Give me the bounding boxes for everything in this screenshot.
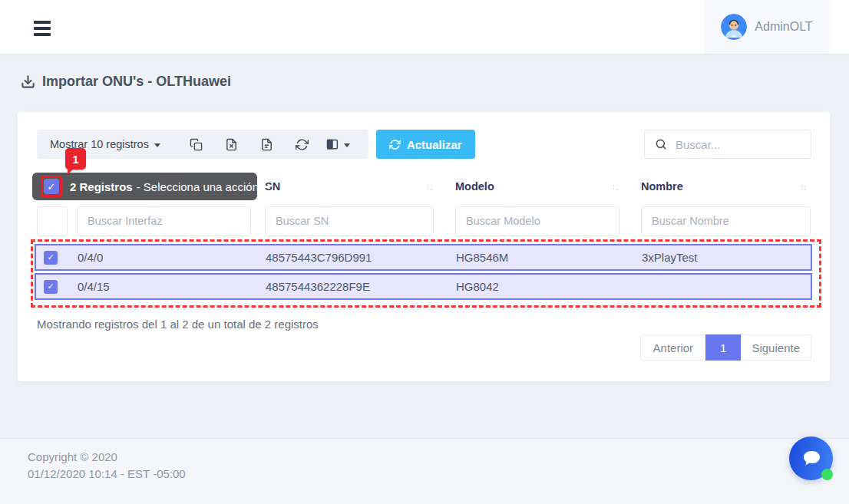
columns-icon	[325, 137, 339, 151]
cell-sn: 48575443C796D991	[264, 251, 454, 264]
caret-down-icon	[266, 186, 272, 189]
column-header-modelo[interactable]: Modelo ↑↓	[455, 180, 641, 193]
search-icon	[655, 138, 667, 150]
caret-down-icon	[344, 143, 350, 147]
user-menu[interactable]: AdminOLT	[704, 0, 830, 54]
cell-modelo: HG8546M	[454, 251, 640, 264]
table-body: ✓ 0/4/0 48575443C796D991 HG8546M 3xPlayT…	[35, 244, 812, 302]
filter-nombre-input[interactable]	[641, 206, 811, 236]
bulk-action-label: 2 Registros - Selecciona una acción	[70, 180, 259, 193]
annotation-step-badge: 1	[65, 148, 86, 170]
pagination-next-button[interactable]: Siguiente	[741, 334, 811, 361]
caret-down-icon	[154, 143, 160, 147]
actualizar-button[interactable]: Actualizar	[376, 130, 475, 159]
datatable-card: Mostrar 10 registros	[18, 112, 830, 381]
cell-modelo: HG8042	[454, 280, 640, 293]
filter-interfaz-input[interactable]	[77, 206, 251, 236]
sort-icon: ↑↓	[425, 181, 432, 193]
file-text-icon	[260, 138, 273, 151]
refresh-icon	[389, 139, 401, 150]
row-checkbox[interactable]: ✓	[44, 280, 58, 294]
table-row[interactable]: ✓ 0/4/0 48575443C796D991 HG8546M 3xPlayT…	[35, 244, 812, 271]
table-info: Mostrando registros del 1 al 2 de un tot…	[37, 318, 319, 331]
user-name: AdminOLT	[755, 20, 812, 34]
copy-icon	[190, 138, 203, 151]
excel-file-icon	[225, 138, 238, 151]
cell-interfaz: 0/4/15	[76, 280, 264, 293]
search-input[interactable]	[676, 138, 801, 151]
sort-icon: ↑↓	[611, 181, 618, 193]
top-navbar: AdminOLT	[0, 0, 849, 54]
cell-sn: 4857544362228F9E	[264, 280, 454, 293]
table-search	[644, 130, 811, 159]
filter-modelo-input[interactable]	[455, 206, 619, 236]
column-header-sn[interactable]: SN ↑↓	[265, 180, 455, 193]
column-visibility-dropdown[interactable]	[320, 130, 355, 159]
reload-table-button[interactable]	[285, 130, 320, 159]
filter-row	[37, 206, 811, 236]
row-checkbox[interactable]: ✓	[44, 251, 58, 265]
avatar	[721, 14, 747, 40]
filter-sn-input[interactable]	[265, 206, 434, 236]
bulk-action-dropdown[interactable]: ✓ 2 Registros - Selecciona una acción	[32, 173, 257, 200]
table-tools-group: Mostrar 10 registros	[37, 130, 368, 159]
table-toolbar: Mostrar 10 registros	[37, 130, 811, 159]
annotation-highlight-box: ✓	[41, 176, 62, 197]
download-icon	[21, 74, 35, 89]
page-footer: Copyright © 2020 01/12/2020 10:14 - EST …	[0, 438, 849, 504]
datetime-text: 01/12/2020 10:14 - EST -05:00	[28, 466, 849, 483]
table-row[interactable]: ✓ 0/4/15 4857544362228F9E HG8042	[35, 273, 812, 300]
copyright-text: Copyright © 2020	[28, 449, 849, 466]
chat-bubble-icon	[801, 449, 822, 469]
checkbox-filter-cell	[37, 206, 68, 236]
online-status-dot	[821, 469, 833, 480]
export-excel-button[interactable]	[214, 130, 249, 159]
pagination-previous-button[interactable]: Anterior	[640, 334, 706, 361]
chat-widget-button[interactable]	[789, 436, 833, 480]
refresh-icon	[296, 138, 309, 151]
export-file-button[interactable]	[249, 130, 285, 159]
column-header-nombre[interactable]: Nombre ↑↓	[641, 180, 811, 193]
hamburger-menu-icon[interactable]	[34, 21, 51, 39]
cell-interfaz: 0/4/0	[76, 251, 264, 264]
sort-icon: ↑↓	[799, 181, 806, 193]
pagination-page-1-button[interactable]: 1	[705, 334, 741, 361]
page-title: Importar ONU's - OLTHuawei	[21, 74, 231, 90]
cell-nombre: 3xPlayTest	[640, 251, 810, 264]
copy-button[interactable]	[179, 130, 214, 159]
pagination: Anterior 1 Siguiente	[640, 334, 811, 361]
select-all-checkbox[interactable]: ✓	[44, 179, 59, 194]
